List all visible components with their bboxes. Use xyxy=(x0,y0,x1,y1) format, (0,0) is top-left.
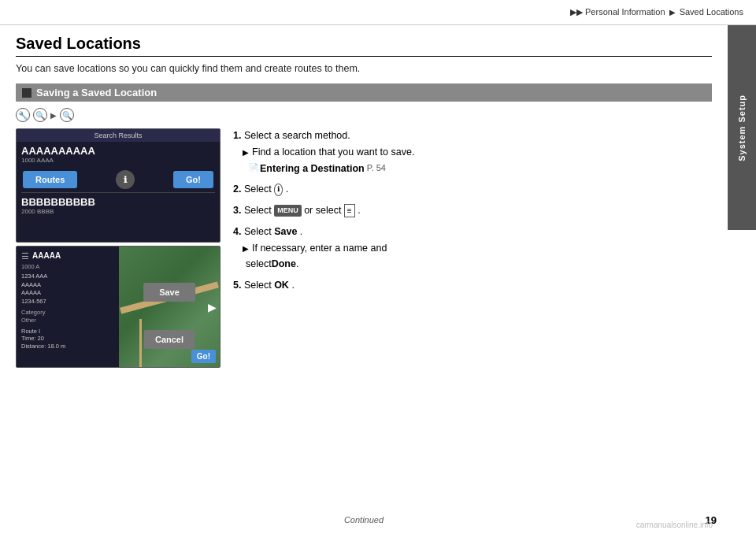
ss2-title: AAAAA xyxy=(32,251,61,260)
breadcrumb-arrows: ▶▶ xyxy=(570,7,583,17)
step-4-sub-1: ▶ If necessary, enter a name and xyxy=(243,241,712,256)
right-sidebar-tab: System Setup xyxy=(728,25,756,230)
continued-label: Continued xyxy=(344,515,384,525)
ss2-cancel-button[interactable]: Cancel xyxy=(144,330,195,349)
step-3-text2: or select xyxy=(304,205,344,216)
ss1-row-a: AAAAAAAAAA xyxy=(17,142,220,157)
instructions-column: 1. Select a search method. ▶ Find a loca… xyxy=(233,128,712,299)
sub-arrow-4: ▶ xyxy=(243,243,249,254)
breadcrumb-part1: Personal Information xyxy=(585,7,665,17)
ss1-info-button[interactable]: ℹ xyxy=(116,170,135,189)
doc-icon: 📄 xyxy=(249,161,258,173)
instruction-step-3: 3. Select MENU or select ≡ . xyxy=(233,203,712,218)
step-3-text: Select xyxy=(244,205,274,216)
icon-arrow: ▶ xyxy=(50,111,57,120)
right-tab-label: System Setup xyxy=(737,95,747,161)
ss2-left-panel: ☰ AAAAA 1000 A 1234 AAA AAAAA AAAAA 1234… xyxy=(17,247,119,367)
ss2-route-time: Time: 20 xyxy=(21,335,114,343)
step-4-save: Save xyxy=(274,226,297,237)
step-2-text: Select xyxy=(244,184,274,195)
watermark: carmanualsonline.info xyxy=(636,521,713,529)
step-4-sub-2: select Done . xyxy=(246,257,712,272)
step-4-text: Select xyxy=(244,226,274,237)
step-1-sub-1: ▶ Find a location that you want to save. xyxy=(243,145,712,160)
icon-search: 🔍 xyxy=(33,108,47,122)
step-4-sub-text: If necessary, enter a name and xyxy=(252,241,387,256)
section-header: Saving a Saved Location xyxy=(16,83,712,102)
section-header-icon xyxy=(22,88,32,98)
ss2-map-panel: Save Cancel ▶ Go! xyxy=(119,247,220,367)
ss2-save-button[interactable]: Save xyxy=(143,283,195,302)
ss2-category: Category Other xyxy=(21,309,114,324)
ss1-buttons: Routes ℹ Go! xyxy=(17,167,220,192)
ss2-cat-val: Other xyxy=(21,317,114,324)
sub-arrow-1: ▶ xyxy=(243,146,249,158)
breadcrumb-part2: Saved Locations xyxy=(680,7,743,17)
ss2-route-label: Route I xyxy=(21,328,114,336)
screenshot-2: ☰ AAAAA 1000 A 1234 AAA AAAAA AAAAA 1234… xyxy=(16,246,220,368)
step-5-ok: OK xyxy=(274,280,289,291)
ss2-row1: 1234 AAA xyxy=(21,273,114,281)
breadcrumb-bar: ▶▶ Personal Information ▶ Saved Location… xyxy=(0,0,756,25)
ss2-addr: 1000 A xyxy=(21,263,114,270)
two-col-layout: Search Results AAAAAAAAAA 1000 AAAA Rout… xyxy=(16,128,712,368)
section-header-label: Saving a Saved Location xyxy=(36,87,157,98)
ss1-row-baddr: 2000 BBBB xyxy=(17,208,220,215)
page-title: Saved Locations xyxy=(16,35,712,53)
step-1-page-ref: P. 54 xyxy=(365,161,386,175)
icon-search-2: 🔍 xyxy=(60,108,74,122)
instruction-step-4: 4. Select Save . ▶ If necessary, enter a… xyxy=(233,224,712,272)
page-description: You can save locations so you can quickl… xyxy=(16,63,712,74)
instruction-step-5: 5. Select OK . xyxy=(233,278,712,293)
step-5-period: . xyxy=(291,280,294,291)
step-5-text: Select xyxy=(244,280,274,291)
step-3-text3: . xyxy=(358,205,360,216)
step-1-sub-2: 📄 Entering a Destination P. 54 xyxy=(249,161,712,176)
ss2-inner: ☰ AAAAA 1000 A 1234 AAA AAAAA AAAAA 1234… xyxy=(17,247,220,367)
ss1-routes-button[interactable]: Routes xyxy=(23,171,77,188)
step-3-list-icon: ≡ xyxy=(344,204,355,217)
step-2-text2: . xyxy=(286,184,288,195)
step-1-num: 1. xyxy=(233,130,241,141)
step-2-info-icon: ℹ xyxy=(274,184,283,196)
ss2-route-dist: Distance: 18.0 m xyxy=(21,343,114,350)
ss2-menu-icon: ☰ xyxy=(21,251,29,261)
main-content: Saved Locations You can save locations s… xyxy=(0,25,728,534)
step-4-num: 4. xyxy=(233,226,241,237)
step-4-text2: . xyxy=(300,226,302,237)
ss2-go-button[interactable]: Go! xyxy=(191,350,216,363)
ss2-cat-label: Category xyxy=(21,309,114,317)
ss2-road-2 xyxy=(139,319,142,368)
ss1-go-button[interactable]: Go! xyxy=(173,171,213,188)
step-1-ref-bold: Entering a Destination xyxy=(260,161,365,176)
step-2-num: 2. xyxy=(233,184,241,195)
ss2-row2: AAAAA xyxy=(21,281,114,290)
ss2-row3: AAAAA xyxy=(21,289,114,298)
step-3-menu-btn: MENU xyxy=(274,205,302,217)
breadcrumb-separator: ▶ xyxy=(669,8,676,17)
instruction-list: 1. Select a search method. ▶ Find a loca… xyxy=(233,128,712,293)
step-4-period: . xyxy=(296,257,298,272)
ss1-header: Search Results xyxy=(17,129,220,142)
step-1-sub-1-text: Find a location that you want to save. xyxy=(252,145,414,160)
screenshots-column: Search Results AAAAAAAAAA 1000 AAAA Rout… xyxy=(16,128,220,368)
ss2-rows: 1234 AAA AAAAA AAAAA 1234-567 xyxy=(21,273,114,306)
icon-wrench: 🔧 xyxy=(16,108,30,122)
breadcrumb: ▶▶ Personal Information ▶ Saved Location… xyxy=(570,7,743,17)
instruction-step-2: 2. Select ℹ . xyxy=(233,182,712,197)
bottom-bar: Continued xyxy=(0,515,728,525)
ss1-row-b: BBBBBBBBBB xyxy=(17,193,220,208)
ss2-nav-arrow: ▶ xyxy=(208,301,217,313)
step-1-text: Select a search method. xyxy=(244,130,350,141)
screenshot-1: Search Results AAAAAAAAAA 1000 AAAA Rout… xyxy=(16,128,220,243)
instruction-step-1: 1. Select a search method. ▶ Find a loca… xyxy=(233,128,712,176)
step-3-num: 3. xyxy=(233,205,241,216)
step-4-done: Done xyxy=(272,257,296,272)
ss2-row4: 1234-567 xyxy=(21,298,114,306)
ss1-row-addr: 1000 AAAA xyxy=(17,157,220,167)
step-4-select-text: select xyxy=(246,257,272,272)
icons-row: 🔧 🔍 ▶ 🔍 xyxy=(16,108,712,122)
step-5-num: 5. xyxy=(233,280,241,291)
ss2-route: Route I Time: 20 Distance: 18.0 m xyxy=(21,328,114,350)
